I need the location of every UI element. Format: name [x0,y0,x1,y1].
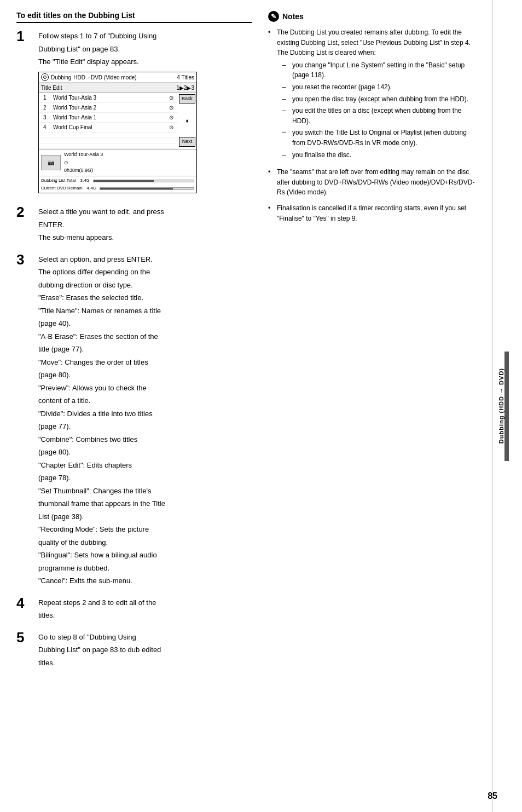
row-num-1: 1 [43,94,51,102]
screen-arrow-indicator: ♦ [185,117,188,125]
remain-row: Current DVD Remain 4.4G [41,185,194,192]
note-item-1: • The Dubbing List you created remains a… [268,27,482,162]
step3-bilingual1: "Bilingual": Sets how a bilingual audio [38,550,252,561]
note1-main: The Dubbing List you created remains aft… [277,28,471,56]
note-bullet-2: • [268,167,274,177]
step4-line1: Repeat steps 2 and 3 to edit all of the [38,597,252,608]
note1-sublist: – you change "Input Line System" setting… [282,60,482,160]
step3-chapteredit1: "Chapter Edit": Edits chapters [38,460,252,471]
main-content: To edit titles on the Dubbing List 1 Fol… [0,0,492,812]
step3-chapteredit2: (page 78). [38,473,252,483]
step-3: 3 Select an option, and press ENTER. The… [16,254,252,589]
step-number-1: 1 [16,29,33,43]
notes-title: ✎ Notes [268,11,482,22]
step-content-5: Go to step 8 of "Dubbing Using Dubbing L… [38,632,252,671]
note1-sub5: – you switch the Title List to Original … [282,128,482,148]
note1-sub4-text: you edit the titles on a disc (except wh… [292,106,482,126]
row-num-2: 2 [43,103,51,112]
screen-row-empty1 [39,133,178,138]
note1-sub4: – you edit the titles on a disc (except … [282,106,482,126]
right-column: ✎ Notes • The Dubbing List you created r… [268,11,482,679]
screen-row-3: 3 World Tour-Asia 1 ⊙ [39,113,178,123]
sub-dash-4: – [282,106,289,126]
preview-info: World Tour-Asia 3 ⊙ 0h30m(0.9G) [64,151,194,175]
screen-next-button[interactable]: Next [179,137,195,147]
step3-cancel: "Cancel": Exits the sub-menu. [38,575,252,586]
screen-totals: Dubbing List Total 3.4G Current DVD Rema… [39,176,196,193]
step3-recmode2: quality of the dubbing. [38,537,252,548]
step-content-1: Follow steps 1 to 7 of "Dubbing Using Du… [38,31,252,198]
step2-line2: ENTER. [38,220,252,231]
total-progress-fill [94,180,154,182]
page-number: 85 [488,791,497,801]
note3-main: Finalisation is cancelled if a timer rec… [277,204,466,222]
note1-sub2: – you reset the recorder (page 142). [282,82,482,93]
step-number-3: 3 [16,252,33,267]
total-value: 3.4G [80,177,89,184]
total-label: Dubbing List Total [41,177,76,184]
preview-title-text: World Tour-Asia 3 [64,151,194,159]
note1-sub6: – you finalise the disc. [282,150,482,160]
note1-sub3: – you open the disc tray (except when du… [282,94,482,105]
preview-thumbnail: 📷 [41,155,61,170]
step3-thumbnail1: "Set Thumbnail": Changes the title's [38,486,252,497]
step4-line2: titles. [38,610,252,621]
remain-value: 4.4G [87,185,96,192]
step-1: 1 Follow steps 1 to 7 of "Dubbing Using … [16,31,252,198]
step3-preview1: "Preview": Allows you to check the [38,383,252,394]
step5-line3: titles. [38,658,252,669]
notes-icon: ✎ [268,11,279,22]
step3-combine2: (page 80). [38,447,252,458]
screen-header: Dubbing HDD→DVD (Video mode) 4 Titles [39,72,196,83]
step1-line2: Dubbing List" on page 83. [38,44,252,55]
note1-sub2-text: you reset the recorder (page 142). [292,82,392,93]
step3-bilingual2: programme is dubbed. [38,563,252,574]
step2-line1: Select a title you want to edit, and pre… [38,206,252,217]
step3-aberase2: title (page 77). [38,344,252,355]
note1-sub6-text: you finalise the disc. [292,150,351,160]
note1-sub1: – you change "Input Line System" setting… [282,60,482,80]
screen-title-edit-label: Title Edit [41,84,62,92]
step2-line3: The sub-menu appears. [38,232,252,243]
screen-row-empty2 [39,138,178,143]
page-container: To edit titles on the Dubbing List 1 Fol… [0,0,522,812]
dvd-icon [41,73,49,81]
step3-combine1: "Combine": Combines two titles [38,434,252,445]
note-text-3: Finalisation is cancelled if a timer rec… [277,203,482,223]
step1-line3: The "Title Edit" display appears. [38,56,252,67]
two-column-layout: To edit titles on the Dubbing List 1 Fol… [16,11,482,679]
note-bullet-1: • [268,27,274,38]
screen-row-2: 2 World Tour-Asia 2 ⊙ [39,103,178,113]
step3-line2: The options differ depending on the [38,267,252,278]
note-item-3: • Finalisation is cancelled if a timer r… [268,203,482,223]
step-5: 5 Go to step 8 of "Dubbing Using Dubbing… [16,632,252,671]
total-row: Dubbing List Total 3.4G [41,177,194,184]
screen-row-1: 1 World Tour-Asia 3 ⊙ [39,93,178,103]
notes-title-text: Notes [282,12,304,21]
step3-preview2: content of a title. [38,395,252,406]
screen-step-indicator: 1▶2▶3 [176,84,194,92]
screen-rows: 1 World Tour-Asia 3 ⊙ 2 World Tour-Asia … [39,93,178,149]
side-tab-label: Dubbing (HDD → DVD) [498,368,504,444]
step-2: 2 Select a title you want to edit, and p… [16,206,252,245]
step5-line1: Go to step 8 of "Dubbing Using [38,632,252,643]
note-text-2: The "seams" that are left over from edit… [277,167,482,198]
step-content-4: Repeat steps 2 and 3 to edit all of the … [38,597,252,623]
note1-sub1-text: you change "Input Line System" setting i… [292,60,482,80]
step-content-3: Select an option, and press ENTER. The o… [38,254,252,589]
step3-thumbnail2: thumbnail frame that appears in the Titl… [38,498,252,509]
step3-aberase1: "A-B Erase": Erases the section of the [38,331,252,342]
row-icon-3: ⊙ [169,113,173,122]
note1-sub3-text: you open the disc tray (except when dubb… [292,94,468,105]
step-number-5: 5 [16,630,33,644]
screen-back-button[interactable]: Back [179,94,195,104]
camera-icon: 📷 [48,158,54,166]
step3-divide2: (page 77). [38,421,252,432]
step3-move1: "Move": Changes the order of titles [38,357,252,368]
row-title-1: World Tour-Asia 3 [53,94,169,102]
left-column: To edit titles on the Dubbing List 1 Fol… [16,11,252,679]
step5-line2: Dubbing List" on page 83 to dub edited [38,644,252,655]
sub-dash-2: – [282,82,289,93]
screen-mode-label: HDD→DVD (Video mode) [73,73,136,82]
step-number-4: 4 [16,596,33,610]
